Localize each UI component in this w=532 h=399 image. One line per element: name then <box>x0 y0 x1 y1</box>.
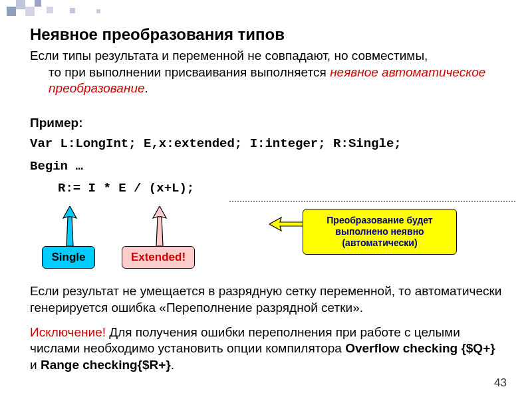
exception-label: Исключение! <box>30 325 106 339</box>
callout-extended: Extended! <box>122 246 195 269</box>
callout-auto-conversion: Преобразование будет выполнено неявно (а… <box>303 209 457 254</box>
code-decl: Var L:LongInt; E,x:extended; I:integer; … <box>30 134 505 154</box>
opt-range-checking: Range checking{$R+} <box>41 358 171 372</box>
intro-line2-post: . <box>145 81 148 95</box>
svg-marker-3 <box>156 217 163 246</box>
intro-line2-pre: то при выполнении присваивания выполняет… <box>49 65 330 79</box>
arrow-to-extended <box>143 206 176 249</box>
svg-marker-2 <box>153 206 166 218</box>
overflow-paragraph: Если результат не умещается в разрядную … <box>30 283 505 316</box>
example-label: Пример: <box>30 116 505 130</box>
arrow-to-single <box>53 206 86 249</box>
svg-marker-4 <box>269 217 306 231</box>
svg-marker-0 <box>63 206 76 218</box>
dotted-connector <box>229 201 515 202</box>
intro-paragraph: Если типы результата и переменной не сов… <box>30 48 505 97</box>
header-decoration <box>7 0 126 16</box>
page-number: 43 <box>494 376 507 390</box>
opt-overflow-checking: Overflow checking {$Q+} <box>345 341 495 355</box>
code-begin: Begin … <box>30 157 505 176</box>
exception-paragraph: Исключение! Для получения ошибки перепол… <box>30 325 505 374</box>
slide-title: Неявное преобразования типов <box>30 25 505 44</box>
svg-marker-1 <box>66 217 73 246</box>
code-assign: R:= I * E / (x+L); <box>30 179 505 198</box>
intro-line1: Если типы результата и переменной не сов… <box>30 49 428 63</box>
exception-and: и <box>30 358 41 372</box>
callout-diagram: Single Extended! Преобразование будет вы… <box>30 200 505 279</box>
exception-dot: . <box>171 358 174 372</box>
callout-single: Single <box>42 246 95 269</box>
slide-content: Неявное преобразования типов Если типы р… <box>0 0 532 374</box>
